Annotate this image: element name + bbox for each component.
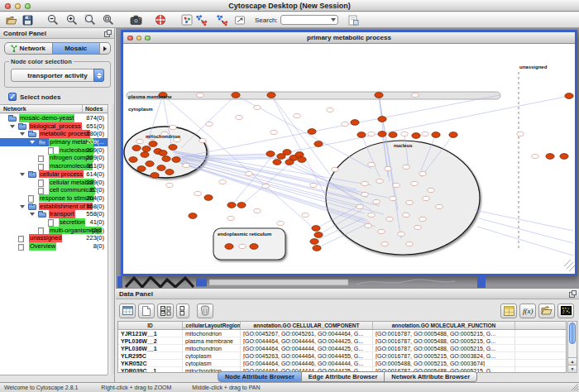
selected-network-node[interactable] bbox=[225, 244, 233, 250]
zoom-in-icon[interactable] bbox=[65, 14, 78, 26]
network-node[interactable] bbox=[403, 165, 409, 169]
selected-network-node[interactable] bbox=[283, 150, 291, 155]
annotation-icon[interactable] bbox=[233, 14, 246, 26]
tree-row[interactable]: multi-organism pro42(0) bbox=[0, 227, 108, 235]
scrollbar-thumb[interactable] bbox=[569, 323, 576, 344]
network-view-window[interactable]: primary metabolic process plasma membran… bbox=[121, 30, 577, 276]
selected-network-node[interactable] bbox=[560, 154, 568, 160]
selected-network-node[interactable] bbox=[313, 246, 321, 251]
network-node[interactable] bbox=[406, 200, 413, 204]
apply-layout-1-icon[interactable] bbox=[195, 14, 208, 26]
minimize-window-icon[interactable] bbox=[15, 3, 21, 9]
birdseye-icon[interactable] bbox=[180, 14, 193, 26]
selected-network-node[interactable] bbox=[172, 157, 180, 163]
selected-network-node[interactable] bbox=[142, 146, 151, 152]
zoom-out-icon[interactable] bbox=[46, 14, 59, 26]
network-node[interactable] bbox=[302, 213, 309, 217]
network-node[interactable] bbox=[385, 166, 391, 170]
window-resize-grip[interactable] bbox=[571, 383, 578, 391]
search-config-icon[interactable] bbox=[347, 14, 360, 26]
column-header[interactable]: _cellularLayoutRegion bbox=[183, 322, 241, 329]
tree-row[interactable]: macromolecule311(0) bbox=[0, 162, 108, 170]
open-icon[interactable] bbox=[5, 14, 17, 26]
matrix-icon[interactable] bbox=[557, 304, 574, 318]
tree-row[interactable]: cell communicat22(0) bbox=[0, 186, 108, 194]
selected-network-node[interactable] bbox=[132, 146, 141, 151]
tab-network-attribute-browser[interactable]: Network Attribute Browser bbox=[385, 371, 477, 382]
snapshot-icon[interactable] bbox=[130, 14, 142, 26]
network-node[interactable] bbox=[412, 93, 419, 97]
network-node[interactable] bbox=[239, 244, 246, 248]
tree-row[interactable]: transport558(0) bbox=[0, 210, 108, 218]
expand-arrow-icon[interactable] bbox=[30, 213, 35, 216]
selected-network-node[interactable] bbox=[273, 160, 281, 165]
expand-arrow-icon[interactable] bbox=[10, 125, 15, 128]
tree-row[interactable]: unassigned223(0) bbox=[0, 234, 108, 242]
selected-network-node[interactable] bbox=[310, 239, 318, 245]
tree-row[interactable]: biological_process651(0) bbox=[0, 122, 108, 131]
network-canvas[interactable]: plasma membranecytoplasmmitochondrionnuc… bbox=[123, 45, 575, 274]
scroll-up-icon[interactable]: ▲ bbox=[568, 357, 577, 365]
tab-overflow-button[interactable] bbox=[99, 43, 110, 54]
tree-row[interactable]: response to stimulu264(0) bbox=[0, 194, 108, 203]
network-node[interactable] bbox=[361, 181, 368, 185]
network-node[interactable] bbox=[411, 181, 418, 185]
tree-row[interactable]: secretion41(0) bbox=[0, 218, 108, 227]
network-node[interactable] bbox=[183, 163, 189, 167]
selected-network-node[interactable] bbox=[298, 157, 306, 163]
edge[interactable] bbox=[475, 210, 573, 231]
tab-edge-attribute-browser[interactable]: Edge Attribute Browser bbox=[302, 371, 385, 382]
attribute-table-icon[interactable] bbox=[500, 304, 517, 318]
expand-arrow-icon[interactable] bbox=[20, 205, 25, 208]
column-header[interactable]: ID bbox=[118, 322, 183, 329]
network-node[interactable] bbox=[423, 196, 429, 200]
network-node[interactable] bbox=[270, 130, 277, 134]
selected-network-node[interactable] bbox=[151, 173, 159, 179]
network-node[interactable] bbox=[277, 221, 284, 225]
selected-network-node[interactable] bbox=[267, 93, 275, 98]
selected-network-node[interactable] bbox=[449, 132, 457, 138]
float-panel-icon[interactable] bbox=[104, 30, 112, 37]
network-node[interactable] bbox=[428, 188, 434, 192]
network-node[interactable] bbox=[365, 223, 371, 227]
selected-network-node[interactable] bbox=[351, 120, 359, 126]
float-data-panel-icon[interactable] bbox=[569, 290, 577, 298]
network-node[interactable] bbox=[419, 171, 426, 175]
selected-network-node[interactable] bbox=[237, 203, 246, 208]
network-node[interactable] bbox=[401, 131, 408, 136]
network-node[interactable] bbox=[206, 122, 213, 126]
network-node[interactable] bbox=[414, 225, 421, 229]
table-row[interactable]: YPL036W__1mitochondrion[GO:0044464, GO:0… bbox=[118, 345, 566, 352]
network-node[interactable] bbox=[310, 183, 317, 187]
network-node[interactable] bbox=[368, 162, 375, 166]
function-builder-icon[interactable]: f(x) bbox=[519, 304, 536, 318]
network-node[interactable] bbox=[262, 184, 269, 188]
tree-column-network[interactable]: Network bbox=[3, 105, 26, 113]
table-row[interactable]: YJR121W__1mitochondrion[GO:0045267, GO:0… bbox=[118, 330, 566, 337]
attribute-browser-icon[interactable] bbox=[119, 304, 136, 318]
tree-row[interactable]: cellular metabol209(0) bbox=[0, 179, 108, 187]
selected-network-node[interactable] bbox=[357, 132, 366, 138]
network-node[interactable] bbox=[422, 131, 428, 136]
selected-network-node[interactable] bbox=[227, 203, 236, 208]
table-row[interactable]: YPL036W__2plasma membrane[GO:0044464, GO… bbox=[118, 337, 566, 345]
selected-network-node[interactable] bbox=[314, 232, 323, 238]
new-attribute-icon[interactable] bbox=[138, 304, 155, 318]
minimize-view-icon[interactable] bbox=[136, 36, 142, 41]
close-view-icon[interactable] bbox=[127, 36, 133, 41]
network-node[interactable] bbox=[227, 216, 234, 220]
delete-attribute-icon[interactable] bbox=[197, 304, 213, 318]
column-header[interactable]: annotation.GO CELLULAR_COMPONENT bbox=[241, 322, 373, 329]
select-nodes-checkbox[interactable]: ✓ bbox=[8, 93, 17, 101]
edge[interactable] bbox=[271, 95, 332, 177]
search-input[interactable] bbox=[280, 15, 338, 25]
import-attributes-icon[interactable] bbox=[538, 304, 555, 318]
zoom-view-icon[interactable] bbox=[145, 36, 151, 41]
selected-network-node[interactable] bbox=[285, 160, 294, 165]
table-scrollbar[interactable]: ▲ ▼ bbox=[567, 321, 577, 373]
network-node[interactable] bbox=[236, 115, 242, 119]
tree-row[interactable]: Overview8(0) bbox=[0, 242, 108, 251]
network-node[interactable] bbox=[361, 192, 368, 196]
network-node[interactable] bbox=[356, 204, 363, 208]
selected-network-node[interactable] bbox=[389, 132, 397, 138]
